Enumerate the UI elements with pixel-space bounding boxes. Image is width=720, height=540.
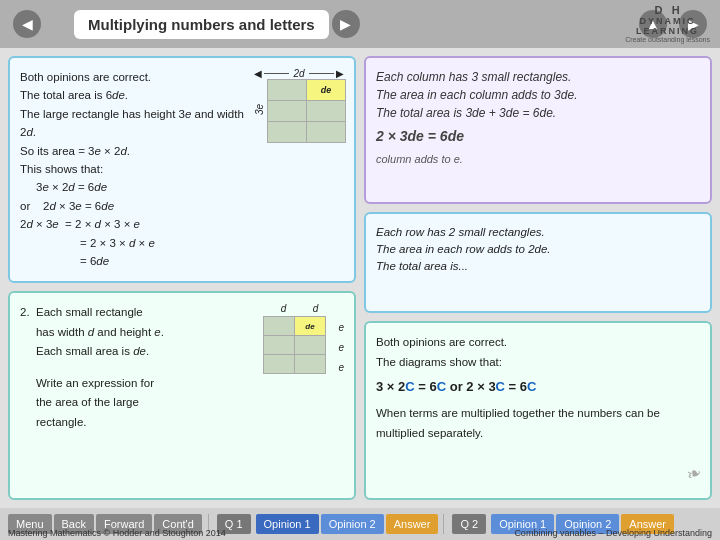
bottom-grid-labels: d d <box>268 303 330 314</box>
bottom-text: 2. Each small rectangle has width d and … <box>20 303 250 432</box>
b-cell-6 <box>295 355 325 373</box>
opinion1-2-button[interactable]: Opinion 1 <box>491 514 554 534</box>
bottom-text-3: Each small area is de. <box>20 342 250 362</box>
opinion2-2-button[interactable]: Opinion 2 <box>556 514 619 534</box>
e-label-2: e <box>338 342 344 353</box>
bottom-text-2: has width d and height e. <box>20 323 250 343</box>
left-text-line-1: Both opinions are correct. <box>20 68 246 86</box>
bottom-text-4: Write an expression for <box>20 374 250 394</box>
right-top-equation: 2 × 3de = 6de <box>376 126 700 147</box>
right-top-subtext: column adds to e. <box>376 151 700 168</box>
left-text-line-10: = 2 × 3 × d × e <box>80 234 246 252</box>
left-text-line-4: 2d. <box>20 123 246 141</box>
b-cell-1 <box>264 317 294 335</box>
page-title: Multiplying numbers and letters <box>74 10 329 39</box>
right-bottom-extra: When terms are multiplied together the n… <box>376 404 700 443</box>
q2-button[interactable]: Q 2 <box>452 514 486 534</box>
wavy-decoration: ❧ <box>682 458 707 492</box>
grid-wrapper: 3e de <box>254 79 344 143</box>
grid-label-d2: d <box>300 303 330 314</box>
bottom-bar: Menu Back Forward Cont'd Q 1 Opinion 1 O… <box>0 508 720 540</box>
answer2-button[interactable]: Answer <box>621 514 674 534</box>
grid-diagram-top: ◀ 2d ▶ 3e de <box>254 68 344 270</box>
right-mid-text-1: Each row has 2 small rectangles. <box>376 224 700 241</box>
right-mid-text-2: The area in each row adds to 2de. <box>376 241 700 258</box>
right-mid-card: Each row has 2 small rectangles. The are… <box>364 212 712 313</box>
bottom-text-5: the area of the large <box>20 393 250 413</box>
left-text-line-3: The large rectangle has height 3e and wi… <box>20 105 246 123</box>
grid-side-label: 3e <box>254 79 265 139</box>
main-content: Both opinions are correct. The total are… <box>0 48 720 508</box>
logo-line1: DYNAMIC <box>640 16 696 26</box>
e-label-3: e <box>338 362 344 373</box>
left-top-content: Both opinions are correct. The total are… <box>20 68 344 270</box>
bottom-grid-area: d d de <box>258 303 330 432</box>
left-text-line-9: 2d × 3e = 2 × d × 3 × e <box>20 215 246 233</box>
grid-label-d1: d <box>268 303 298 314</box>
back-button[interactable]: Back <box>54 514 94 534</box>
opinion1-button[interactable]: Opinion 1 <box>256 514 319 534</box>
left-text-line-2: The total area is 6de. <box>20 86 246 104</box>
grid-cell-3 <box>268 101 306 121</box>
e-label-1: e <box>338 322 344 333</box>
bottom-text-1: 2. Each small rectangle <box>20 303 250 323</box>
right-bottom-text-1: Both opinions are correct. <box>376 333 700 353</box>
opinion2-button[interactable]: Opinion 2 <box>321 514 384 534</box>
grid-cells-top: de <box>267 79 346 143</box>
left-text-line-7: 3e × 2d = 6de <box>36 178 246 196</box>
nav-left-icon[interactable]: ◀ <box>13 10 41 38</box>
top-bar: ◀ Multiplying numbers and letters ▶ ▲ ▶ … <box>0 0 720 48</box>
b-cell-yellow: de <box>295 317 325 335</box>
right-bottom-text-2: The diagrams show that: <box>376 353 700 373</box>
left-panel: Both opinions are correct. The total are… <box>8 56 356 500</box>
bottom-grid-cells: de <box>263 316 326 374</box>
left-text-line-5: So its area = 3e × 2d. <box>20 142 246 160</box>
grid-cell-1 <box>268 80 306 100</box>
q1-button[interactable]: Q 1 <box>217 514 251 534</box>
left-top-text: Both opinions are correct. The total are… <box>20 68 246 270</box>
left-bottom-card: 2. Each small rectangle has width d and … <box>8 291 356 500</box>
logo: D H DYNAMIC LEARNING Create outstanding … <box>625 4 710 43</box>
left-text-line-11: = 6de <box>80 252 246 270</box>
logo-title: D H <box>655 4 681 16</box>
answer-button[interactable]: Answer <box>386 514 439 534</box>
right-top-card: Each column has 3 small rectangles. The … <box>364 56 712 204</box>
left-text-line-8: or 2d × 3e = 6de <box>20 197 246 215</box>
b-cell-5 <box>264 355 294 373</box>
grid-cell-yellow: de <box>307 80 345 100</box>
bottom-text-6: rectangle. <box>20 413 250 433</box>
right-panel: Each column has 3 small rectangles. The … <box>364 56 712 500</box>
b-cell-3 <box>264 336 294 354</box>
right-top-text-2: The area in each column adds to 3de. <box>376 86 700 104</box>
grid-cell-5 <box>268 122 306 142</box>
b-cell-4 <box>295 336 325 354</box>
grid-top-label: ◀ 2d ▶ <box>254 68 344 79</box>
right-top-text-3: The total area is 3de + 3de = 6de. <box>376 104 700 122</box>
left-top-card: Both opinions are correct. The total are… <box>8 56 356 283</box>
logo-line2: LEARNING <box>636 26 699 36</box>
left-text-line-6: This shows that: <box>20 160 246 178</box>
right-top-text-1: Each column has 3 small rectangles. <box>376 68 700 86</box>
right-bottom-equation: 3 × 2C = 6C or 2 × 3C = 6C <box>376 376 700 398</box>
grid-cell-4 <box>307 101 345 121</box>
bottom-left-content: 2. Each small rectangle has width d and … <box>20 303 344 432</box>
right-bottom-card: Both opinions are correct. The diagrams … <box>364 321 712 500</box>
grid-cell-6 <box>307 122 345 142</box>
nav-right-icon[interactable]: ▶ <box>332 10 360 38</box>
menu-button[interactable]: Menu <box>8 514 52 534</box>
forward-button[interactable]: Forward <box>96 514 152 534</box>
contd-button[interactable]: Cont'd <box>154 514 201 534</box>
right-mid-text-3: The total area is... <box>376 258 700 275</box>
e-labels: e e e <box>338 317 344 377</box>
logo-line3: Create outstanding lessons <box>625 36 710 43</box>
